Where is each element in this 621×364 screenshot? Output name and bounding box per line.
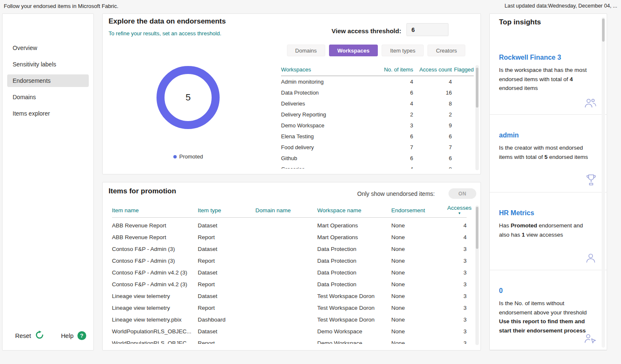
cell: Test Workspace Doron	[317, 305, 391, 311]
cell: 4	[413, 79, 452, 85]
cell: None	[391, 269, 447, 276]
insights-scrollbar[interactable]	[602, 17, 605, 348]
sidebar-item-overview[interactable]: Overview	[7, 42, 89, 54]
cell: Test Workspace Doron	[317, 317, 391, 323]
promotion-table-body: ABB Revenue ReportDatasetMart Operations…	[112, 219, 467, 344]
promotion-table-header: Item name Item type Domain name Workspac…	[112, 203, 467, 218]
promotion-row[interactable]: ABB Revenue ReportDatasetMart Operations…	[112, 219, 467, 231]
column-header-flagged[interactable]: Flagged	[452, 66, 474, 73]
promotion-row[interactable]: Contoso F&P - Admin v4.2 (3)DatasetData …	[112, 266, 467, 278]
promotion-row[interactable]: Contoso F&P - Admin (3)DatasetData Prote…	[112, 243, 467, 255]
top-insights-panel: Top insights Rockwell Finance 3 Is the w…	[489, 13, 607, 351]
promotion-row[interactable]: Lineage view telemetry.pbixDashboardTest…	[112, 314, 467, 325]
sidebar: Overview Sensitivity labels Endorsements…	[2, 13, 94, 351]
promotion-row[interactable]: Lineage view telemetryDatasetTest Worksp…	[112, 290, 467, 302]
workspace-row[interactable]: Demo Workspace39	[281, 120, 474, 131]
unendorsed-filter-label: Only show unendorsed items:	[357, 190, 435, 197]
workspace-row[interactable]: Github66	[281, 153, 474, 164]
sidebar-item-items-explorer[interactable]: Items explorer	[7, 107, 89, 120]
column-header-workspaces[interactable]: Workspaces	[281, 66, 375, 73]
scrollbar-thumb[interactable]	[602, 18, 605, 42]
insight-text: endorsed items	[548, 154, 588, 160]
endorsement-donut-chart[interactable]: 5	[157, 66, 220, 129]
insight-link[interactable]: Rockwell Finance 3	[499, 54, 561, 61]
sidebar-item-domains[interactable]: Domains	[7, 91, 89, 103]
promotion-row[interactable]: ABB Revenue ReportReportMart OperationsN…	[112, 231, 467, 243]
sidebar-item-endorsements[interactable]: Endorsements	[7, 74, 89, 87]
cell: Contoso F&P - Admin (3)	[112, 246, 198, 252]
promotion-row[interactable]: Contoso F&P - Admin (3)ReportData Protec…	[112, 255, 467, 266]
cell: ABB Revenue Report	[112, 222, 198, 229]
column-header-domain-name[interactable]: Domain name	[255, 207, 317, 214]
cell: Dataset	[198, 222, 255, 229]
column-header-item-name[interactable]: Item name	[112, 207, 198, 214]
tab-domains[interactable]: Domains	[287, 45, 325, 56]
cell: 6	[413, 155, 452, 161]
cell: None	[391, 281, 447, 288]
promotion-row[interactable]: Contoso F&P - Admin v4.2 (3)ReportData P…	[112, 278, 467, 290]
promotion-row[interactable]: Lineage view telemetryReportTest Workspa…	[112, 302, 467, 314]
cell: None	[391, 305, 447, 311]
sidebar-item-label: Overview	[13, 45, 37, 51]
help-button[interactable]: Help ?	[61, 331, 86, 340]
cell: Dataset	[198, 269, 255, 276]
sidebar-item-label: Endorsements	[13, 77, 50, 84]
workspace-row[interactable]: Groceries48	[281, 164, 474, 169]
column-header-item-type[interactable]: Item type	[198, 207, 255, 214]
column-header-accesses[interactable]: Accesses ▼	[447, 205, 472, 216]
insight-unendorsed-count: 0 Is the No. of items without endorsemen…	[490, 270, 607, 350]
column-header-endorsement[interactable]: Endorsement	[391, 207, 447, 214]
insight-text: Has	[499, 222, 511, 229]
cell: 3	[375, 122, 413, 129]
workspace-row[interactable]: Food delivery77	[281, 142, 474, 153]
sidebar-item-label: Domains	[13, 94, 36, 100]
cell: Lineage view telemetry	[112, 305, 198, 311]
reset-button[interactable]: Reset	[15, 330, 44, 341]
insight-most-endorsed-workspace: Rockwell Finance 3 Is the workspace that…	[490, 37, 607, 115]
cell: Report	[198, 234, 255, 240]
workspace-row[interactable]: Data Protection616	[281, 87, 474, 98]
workspace-row[interactable]: Delivery Reporting22	[281, 109, 474, 120]
scrollbar-thumb[interactable]	[476, 68, 478, 108]
sidebar-nav: Overview Sensitivity labels Endorsements…	[3, 42, 93, 120]
cell: 3	[447, 269, 467, 276]
sidebar-item-sensitivity-labels[interactable]: Sensitivity labels	[7, 58, 89, 71]
insight-link[interactable]: admin	[499, 132, 519, 139]
promotion-row[interactable]: WorldPopulationRLS_OBJEC...DatasetDemo W…	[112, 325, 467, 337]
insight-body: Is the No. of items without endorsement …	[499, 299, 592, 335]
cell: None	[391, 340, 447, 344]
promotion-table-scrollbar[interactable]	[475, 206, 479, 345]
workspace-row[interactable]: Elena Testing66	[281, 131, 474, 142]
tab-creators[interactable]: Creators	[427, 45, 465, 56]
promotion-row[interactable]: WorldPopulationRLS_OBJEC...ReportDemo Wo…	[112, 337, 467, 344]
cell: 6	[413, 133, 452, 140]
sidebar-item-label: Sensitivity labels	[13, 61, 56, 68]
unendorsed-toggle[interactable]: ON	[448, 188, 476, 199]
items-for-promotion-card: Items for promotion Only show unendorsed…	[102, 182, 481, 351]
workspaces-table-scrollbar[interactable]	[475, 65, 479, 170]
cell: Mart Operations	[317, 222, 391, 229]
insight-link[interactable]: HR Metrics	[499, 209, 534, 217]
insight-link[interactable]: 0	[499, 287, 503, 295]
promotion-title: Items for promotion	[109, 187, 176, 195]
accesses-header-label: Accesses	[447, 205, 472, 211]
scrollbar-thumb[interactable]	[476, 207, 478, 249]
trophy-icon	[586, 174, 597, 188]
workspace-row[interactable]: Deliveries48	[281, 98, 474, 109]
help-label: Help	[61, 332, 74, 339]
workspace-row[interactable]: Admin monitoring44	[281, 76, 474, 87]
cell: Admin monitoring	[281, 79, 375, 85]
column-header-no-of-items[interactable]: No. of items	[375, 66, 413, 73]
insight-text: Is the workspace that has the most endor…	[499, 67, 587, 82]
cell: 4	[375, 100, 413, 107]
column-header-access-count[interactable]: Access count	[413, 66, 452, 73]
column-header-workspace-name[interactable]: Workspace name	[317, 207, 391, 214]
tab-workspaces[interactable]: Workspaces	[329, 45, 378, 56]
cell: Dataset	[198, 293, 255, 299]
cell: 3	[447, 293, 467, 299]
cell: 3	[447, 340, 467, 344]
threshold-input[interactable]	[406, 23, 448, 36]
tab-item-types[interactable]: Item types	[382, 45, 424, 56]
cell: None	[391, 258, 447, 264]
insight-text: Is the No. of items without endorsement …	[499, 300, 587, 316]
